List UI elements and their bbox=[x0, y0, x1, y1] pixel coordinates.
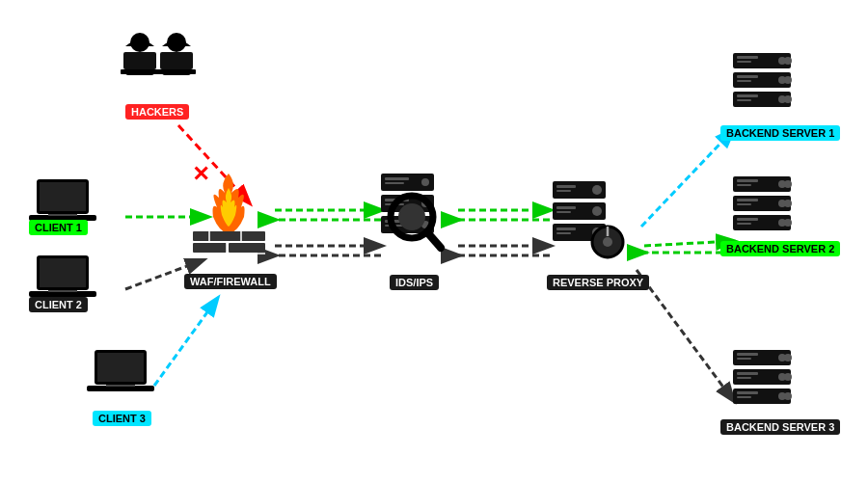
svg-point-121 bbox=[784, 392, 792, 400]
svg-point-91 bbox=[784, 95, 792, 103]
svg-rect-79 bbox=[737, 61, 751, 63]
svg-rect-119 bbox=[737, 396, 751, 398]
ids-label: IDS/IPS bbox=[390, 275, 439, 290]
svg-point-86 bbox=[784, 76, 792, 84]
svg-rect-72 bbox=[556, 228, 576, 230]
svg-rect-41 bbox=[229, 243, 265, 253]
svg-rect-118 bbox=[737, 391, 758, 394]
client3-icon bbox=[87, 347, 159, 404]
svg-rect-104 bbox=[737, 223, 751, 225]
svg-rect-38 bbox=[106, 385, 135, 387]
svg-rect-103 bbox=[737, 218, 758, 221]
svg-rect-89 bbox=[737, 99, 751, 101]
svg-rect-36 bbox=[97, 353, 144, 382]
client2-label: CLIENT 2 bbox=[29, 297, 88, 312]
backend2-label: BACKEND SERVER 2 bbox=[720, 241, 840, 256]
backend3-icon bbox=[728, 345, 800, 482]
client1-label: CLIENT 1 bbox=[29, 220, 88, 235]
svg-rect-28 bbox=[40, 182, 86, 211]
svg-rect-84 bbox=[737, 80, 751, 82]
svg-point-106 bbox=[784, 219, 792, 227]
svg-point-75 bbox=[603, 237, 612, 247]
svg-point-67 bbox=[592, 206, 602, 216]
svg-line-61 bbox=[427, 232, 441, 248]
svg-rect-49 bbox=[385, 177, 409, 180]
svg-rect-73 bbox=[556, 232, 571, 234]
hackers-label: HACKERS bbox=[125, 104, 189, 120]
svg-line-13 bbox=[641, 130, 733, 227]
svg-rect-108 bbox=[737, 353, 758, 356]
backend1-icon bbox=[728, 48, 800, 129]
diagram: ✕ bbox=[0, 0, 868, 482]
ids-icon bbox=[371, 169, 458, 274]
svg-rect-88 bbox=[737, 94, 758, 97]
svg-rect-98 bbox=[737, 199, 758, 201]
svg-rect-50 bbox=[385, 182, 404, 184]
svg-line-16 bbox=[637, 270, 733, 400]
svg-rect-64 bbox=[556, 185, 576, 188]
svg-rect-21 bbox=[121, 69, 159, 74]
svg-rect-32 bbox=[40, 258, 86, 287]
svg-rect-69 bbox=[556, 211, 571, 213]
svg-rect-83 bbox=[737, 75, 758, 78]
svg-rect-19 bbox=[123, 52, 156, 69]
svg-rect-114 bbox=[737, 377, 751, 379]
svg-point-81 bbox=[784, 57, 792, 65]
svg-rect-78 bbox=[737, 56, 758, 59]
svg-point-116 bbox=[784, 373, 792, 381]
svg-point-48 bbox=[421, 178, 429, 186]
svg-rect-93 bbox=[737, 179, 758, 182]
waf-label: WAF/FIREWALL bbox=[184, 274, 277, 289]
proxy-icon bbox=[548, 176, 635, 277]
svg-rect-40 bbox=[193, 243, 227, 253]
svg-rect-34 bbox=[48, 290, 77, 292]
svg-point-60 bbox=[398, 203, 425, 230]
svg-rect-30 bbox=[48, 214, 77, 216]
client3-label: CLIENT 3 bbox=[93, 411, 151, 426]
backend2-icon bbox=[728, 172, 800, 248]
backend3-label: BACKEND SERVER 3 bbox=[720, 419, 840, 435]
svg-line-12 bbox=[154, 299, 217, 386]
svg-point-101 bbox=[784, 200, 792, 207]
svg-rect-113 bbox=[737, 372, 758, 375]
waf-icon bbox=[188, 169, 270, 264]
svg-point-96 bbox=[784, 180, 792, 188]
svg-rect-94 bbox=[737, 184, 751, 186]
svg-rect-109 bbox=[737, 358, 751, 360]
proxy-label: REVERSE PROXY bbox=[547, 275, 649, 290]
backend1-label: BACKEND SERVER 1 bbox=[720, 125, 840, 141]
svg-point-63 bbox=[592, 185, 602, 195]
svg-point-111 bbox=[784, 354, 792, 362]
svg-rect-26 bbox=[157, 69, 196, 74]
svg-rect-68 bbox=[556, 206, 576, 209]
hackers-icon bbox=[116, 29, 203, 110]
svg-rect-65 bbox=[556, 190, 571, 192]
svg-rect-24 bbox=[160, 52, 193, 69]
svg-rect-39 bbox=[193, 231, 265, 241]
svg-rect-99 bbox=[737, 203, 751, 205]
